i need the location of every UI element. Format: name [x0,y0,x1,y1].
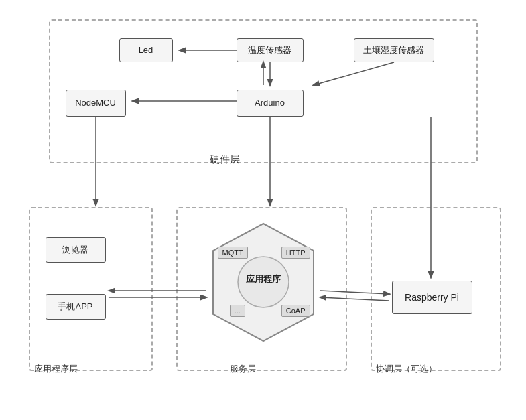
mqtt-badge: MQTT [218,247,248,259]
browser-box: 浏览器 [46,237,106,263]
app-layer-label: 应用程序层 [34,363,78,375]
service-layer-label: 服务层 [230,363,256,375]
hex-content: MQTT HTTP 应用程序 CoAP ... [210,220,317,344]
temp-sensor-box: 温度传感器 [237,38,304,62]
http-badge: HTTP [281,247,310,259]
dots-badge: ... [230,305,245,317]
mobile-box: 手机APP [46,294,106,320]
app-center-label: 应用程序 [246,274,281,284]
raspberry-pi-box: Raspberry Pi [392,281,472,314]
led-box: Led [119,38,173,62]
hardware-layer-label: 硬件层 [210,153,240,166]
hexagon-service: MQTT HTTP 应用程序 CoAP ... [210,220,317,344]
app-layer-box [29,207,153,371]
soil-sensor-box: 土壤湿度传感器 [354,38,434,62]
nodemcu-box: NodeMCU [66,90,126,117]
coap-badge: CoAP [281,305,310,317]
coord-layer-label: 协调层（可选） [376,363,437,375]
arduino-box: Arduino [237,90,304,117]
architecture-diagram: 硬件层 Led 温度传感器 土壤湿度传感器 Arduino NodeMCU 应用… [15,13,511,408]
